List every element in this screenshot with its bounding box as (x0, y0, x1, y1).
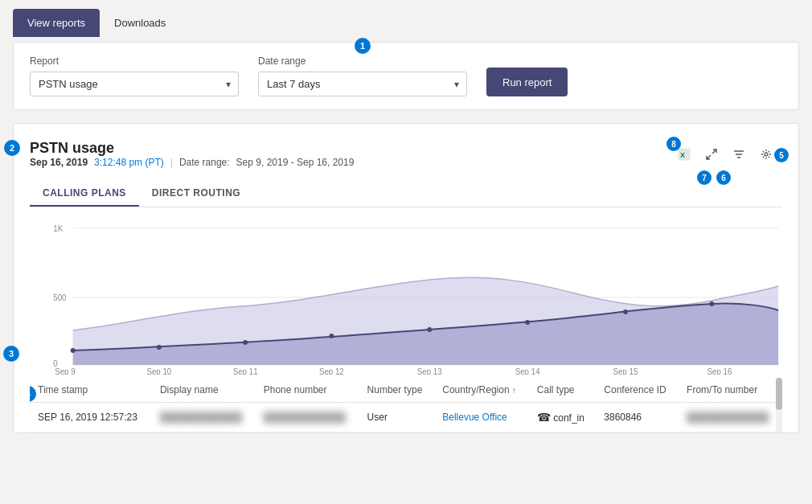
tab-downloads[interactable]: Downloads (100, 9, 180, 37)
display-name-blurred: ████████████ (160, 412, 242, 423)
col-conference-id: Conference ID (596, 378, 679, 403)
country-region-sort: Country/Region ↑ (442, 384, 515, 395)
report-select[interactable]: PSTN usage (30, 72, 239, 96)
svg-point-7 (765, 153, 768, 156)
settings-button[interactable] (755, 143, 777, 166)
separator: | (170, 157, 173, 168)
call-type-text: conf_in (553, 412, 584, 424)
filter-bar: Report PSTN usage ▾ 1 Date range Last 7 … (13, 42, 799, 110)
chart-point (157, 345, 162, 350)
col-call-type: Call type (529, 378, 596, 403)
call-type-icon: ☎ (537, 411, 551, 424)
step-badge-1: 1 (355, 38, 371, 54)
data-table: Time stamp Display name Phone number Num… (30, 378, 782, 432)
cell-timestamp: SEP 16, 2019 12:57:23 (30, 403, 152, 432)
table-container: 4 Time stamp Display name Phone number N… (30, 378, 782, 432)
svg-text:Sep 15: Sep 15 (613, 367, 638, 375)
cell-from-to-number: ████████████ (679, 403, 782, 432)
toolbar-badge-6: 6 (716, 170, 731, 185)
chart-point (427, 327, 432, 332)
sort-arrow-icon: ↑ (512, 386, 516, 395)
report-toolbar: 8 X (673, 143, 782, 166)
excel-btn-wrapper: 8 X (673, 143, 695, 166)
col-number-type: Number type (359, 378, 435, 403)
svg-text:Sep 16: Sep 16 (707, 367, 732, 375)
svg-text:X: X (680, 151, 685, 159)
date-range-select-wrapper: Last 7 days ▾ (258, 72, 467, 96)
date-range-filter-label: Date range (258, 55, 467, 67)
report-title: PSTN usage (30, 140, 354, 157)
cell-display-name: ████████████ (152, 403, 256, 432)
scrollbar-thumb[interactable] (776, 378, 782, 410)
svg-text:Sep 12: Sep 12 (319, 367, 344, 375)
phone-number-blurred: ████████████ (264, 412, 346, 423)
chart-point (329, 334, 334, 338)
date-range-select[interactable]: Last 7 days (258, 72, 467, 96)
report-date: Sep 16, 2019 (30, 157, 88, 168)
excel-export-button[interactable]: X (673, 143, 695, 166)
svg-text:Sep 11: Sep 11 (233, 367, 258, 375)
svg-text:Sep 14: Sep 14 (515, 367, 540, 375)
col-timestamp: Time stamp (30, 378, 152, 403)
col-display-name: Display name (152, 378, 256, 403)
date-range-filter-group: 1 Date range Last 7 days ▾ (258, 55, 467, 96)
date-range-label: Date range: (179, 157, 230, 168)
from-to-number-blurred: ████████████ (687, 412, 769, 423)
toolbar-badge-7: 7 (697, 170, 712, 185)
svg-text:Sep 9: Sep 9 (55, 367, 76, 375)
run-report-button[interactable]: Run report (486, 68, 568, 96)
svg-text:500: 500 (53, 293, 67, 302)
chart-point (243, 340, 248, 345)
chart-svg: 1K 500 0 (30, 214, 782, 375)
date-range-value: Sep 9, 2019 - Sep 16, 2019 (236, 157, 355, 168)
chart-point (525, 320, 530, 325)
side-badge-2: 2 (4, 140, 20, 156)
tab-calling-plans[interactable]: CALLING PLANS (30, 181, 139, 207)
tab-view-reports[interactable]: View reports (13, 9, 100, 37)
cell-conference-id: 3860846 (596, 403, 679, 432)
cell-number-type: User (359, 403, 435, 432)
col-phone-number: Phone number (256, 378, 359, 403)
filter-button[interactable] (728, 143, 750, 166)
svg-text:Sep 13: Sep 13 (417, 367, 442, 375)
chart-point (623, 309, 628, 314)
cell-call-type: ☎ conf_in (529, 403, 596, 432)
report-filter-group: Report PSTN usage ▾ (30, 55, 239, 96)
report-tabs: CALLING PLANS DIRECT ROUTING (30, 181, 782, 207)
country-region-link[interactable]: Bellevue Office (442, 412, 507, 423)
expand-button[interactable] (700, 143, 723, 166)
lower-badges: 7 6 (697, 170, 731, 185)
svg-text:Sep 10: Sep 10 (146, 367, 171, 375)
report-meta: Sep 16, 2019 3:12:48 pm (PT) | Date rang… (30, 157, 354, 168)
svg-text:1K: 1K (53, 224, 63, 233)
chart-area: 1K 500 0 (30, 214, 782, 375)
table-row: SEP 16, 2019 12:57:23 ████████████ █████… (30, 403, 782, 432)
report-select-wrapper: PSTN usage ▾ (30, 72, 239, 96)
chart-point (71, 348, 76, 353)
col-country-region[interactable]: Country/Region ↑ (434, 378, 529, 403)
report-panel: 2 PSTN usage Sep 16, 2019 3:12:48 pm (PT… (13, 123, 799, 433)
cell-country-region: Bellevue Office (434, 403, 529, 432)
side-badge-3: 3 (3, 346, 19, 362)
col-from-to-number: From/To number (679, 378, 782, 403)
scrollbar-track[interactable] (776, 378, 782, 432)
report-header: PSTN usage Sep 16, 2019 3:12:48 pm (PT) … (30, 140, 782, 178)
report-time: 3:12:48 pm (PT) (94, 157, 164, 168)
cell-phone-number: ████████████ (256, 403, 359, 432)
tab-direct-routing[interactable]: DIRECT ROUTING (139, 181, 253, 207)
table-header-row: Time stamp Display name Phone number Num… (30, 378, 782, 403)
chart-point (709, 301, 714, 306)
report-filter-label: Report (30, 55, 239, 67)
report-title-section: PSTN usage Sep 16, 2019 3:12:48 pm (PT) … (30, 140, 354, 178)
